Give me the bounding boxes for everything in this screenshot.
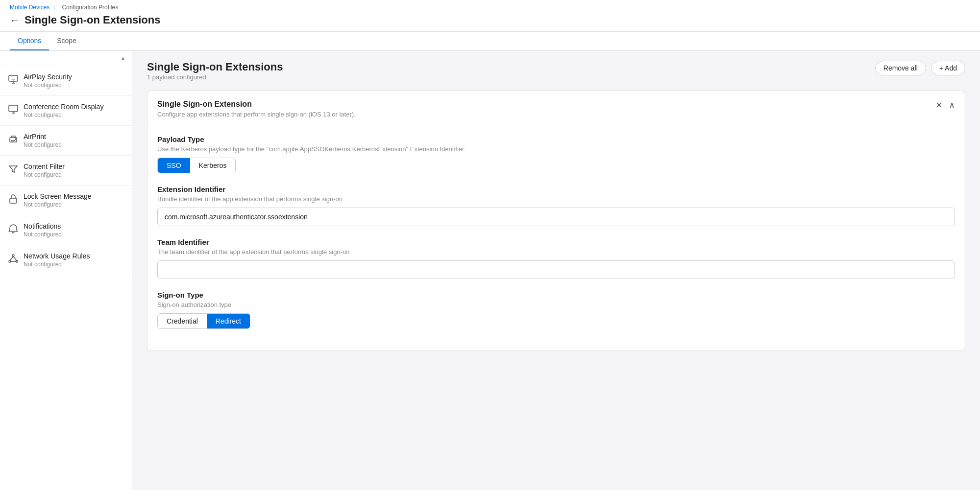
sidebar-notif-title: Notifications [24, 222, 62, 230]
print-icon [8, 134, 19, 144]
sidebar-filter-status: Not configured [24, 171, 65, 178]
close-button[interactable]: ✕ [935, 100, 943, 111]
sso-extension-card: Single Sign-on Extension Configure app e… [147, 91, 965, 351]
sidebar-notif-status: Not configured [24, 231, 62, 238]
team-id-label: Team Identifier [157, 238, 955, 246]
sidebar-network-status: Not configured [24, 261, 90, 268]
sidebar-scroll-up: ▲ [0, 51, 132, 66]
svg-rect-1 [9, 105, 18, 112]
main-content: Single Sign-on Extensions 1 payload conf… [132, 51, 980, 490]
sidebar-conference-title: Conference Room Display [24, 103, 103, 111]
sign-on-type-toggle: Credential Redirect [157, 313, 250, 329]
sidebar-filter-title: Content Filter [24, 163, 65, 170]
network-icon [8, 253, 19, 264]
payload-type-section: Payload Type Use the Kerberos payload ty… [157, 135, 955, 173]
sign-on-type-section: Sign-on Type Sign-on authorization type … [157, 291, 955, 329]
section-title: Single Sign-on Extensions [147, 61, 283, 73]
card-body: Payload Type Use the Kerberos payload ty… [147, 125, 965, 350]
svg-point-3 [15, 139, 16, 140]
card-title: Single Sign-on Extension [157, 100, 356, 109]
team-identifier-section: Team Identifier The team identifier of t… [157, 238, 955, 279]
sidebar-scroll-up-btn[interactable]: ▲ [118, 53, 128, 64]
section-subtitle: 1 payload configured [147, 73, 283, 81]
ext-id-desc: Bundle identifier of the app extension t… [157, 195, 955, 203]
payload-type-desc: Use the Kerberos payload type for the "c… [157, 145, 955, 153]
team-identifier-input[interactable] [157, 260, 955, 279]
sidebar-airprint-status: Not configured [24, 141, 62, 148]
extension-identifier-input[interactable] [157, 208, 955, 226]
collapse-button[interactable]: ∧ [949, 100, 955, 111]
sign-on-redirect-btn[interactable]: Redirect [207, 314, 250, 328]
card-desc: Configure app extensions that perform si… [157, 111, 356, 118]
payload-sso-btn[interactable]: SSO [158, 158, 190, 173]
page-title: Single Sign-on Extensions [24, 14, 160, 26]
svg-line-9 [13, 257, 17, 260]
extension-identifier-section: Extension Identifier Bundle identifier o… [157, 185, 955, 226]
breadcrumb: Mobile Devices : Configuration Profiles [10, 4, 970, 11]
ext-id-label: Extension Identifier [157, 185, 955, 193]
sidebar-item-airprint[interactable]: AirPrint Not configured [0, 126, 132, 156]
airplay-icon [8, 74, 19, 85]
sidebar: ▲ AirPlay Security Not configured Confer… [0, 51, 132, 490]
sidebar-airplay-title: AirPlay Security [24, 73, 72, 81]
sign-on-credential-btn[interactable]: Credential [158, 314, 207, 328]
team-id-desc: The team identifier of the app extension… [157, 248, 955, 256]
payload-type-label: Payload Type [157, 135, 955, 143]
sidebar-item-notifications[interactable]: Notifications Not configured [0, 215, 132, 245]
filter-icon [8, 163, 19, 174]
breadcrumb-separator: : [54, 4, 55, 11]
sign-on-desc: Sign-on authorization type [157, 301, 955, 308]
sidebar-lock-title: Lock Screen Message [24, 192, 92, 200]
breadcrumb-child: Configuration Profiles [62, 4, 118, 11]
sign-on-label: Sign-on Type [157, 291, 955, 299]
svg-line-8 [10, 257, 13, 260]
tab-scope[interactable]: Scope [49, 32, 84, 50]
svg-rect-4 [10, 198, 17, 203]
sidebar-airprint-title: AirPrint [24, 133, 62, 140]
display-icon [8, 104, 19, 115]
back-button[interactable]: ← [10, 15, 20, 26]
sidebar-lock-status: Not configured [24, 201, 92, 208]
sidebar-item-content-filter[interactable]: Content Filter Not configured [0, 156, 132, 186]
payload-kerberos-btn[interactable]: Kerberos [190, 158, 236, 173]
sidebar-item-airplay-security[interactable]: AirPlay Security Not configured [0, 66, 132, 96]
sidebar-airplay-status: Not configured [24, 82, 72, 89]
lock-icon [8, 193, 19, 204]
add-button[interactable]: + Add [931, 61, 965, 75]
payload-type-toggle: SSO Kerberos [157, 158, 236, 173]
svg-point-5 [12, 255, 14, 257]
sidebar-item-network-usage[interactable]: Network Usage Rules Not configured [0, 245, 132, 275]
card-header: Single Sign-on Extension Configure app e… [147, 91, 965, 125]
sidebar-conference-status: Not configured [24, 112, 103, 118]
tab-options[interactable]: Options [10, 32, 49, 50]
breadcrumb-parent[interactable]: Mobile Devices [10, 4, 49, 11]
sidebar-item-lock-screen[interactable]: Lock Screen Message Not configured [0, 186, 132, 215]
sidebar-network-title: Network Usage Rules [24, 252, 90, 260]
tabs-bar: Options Scope [0, 32, 980, 51]
sidebar-item-conference-room[interactable]: Conference Room Display Not configured [0, 96, 132, 126]
remove-all-button[interactable]: Remove all [875, 61, 926, 75]
bell-icon [8, 223, 19, 234]
